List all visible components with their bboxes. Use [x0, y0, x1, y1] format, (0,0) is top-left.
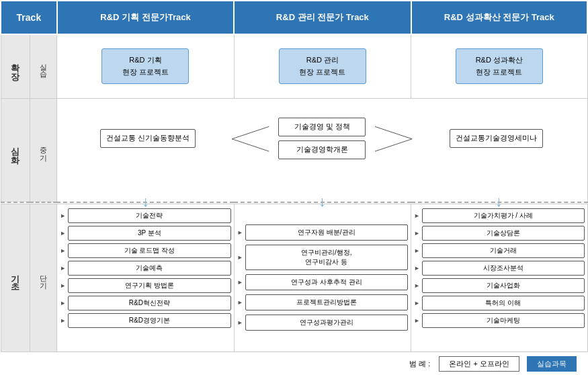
legend-item2: 실습과목: [527, 356, 577, 372]
deepening-row: 심화 중기 건설교통 신기술동향분석 기술경영 및 정책 기술: [1, 98, 587, 202]
expand-sub-label: 실습: [30, 34, 57, 98]
basic-sub-label: 단기: [30, 204, 57, 351]
header-col3: R&D 성과확산 전문가 Track: [411, 1, 587, 34]
deepening-center-bottom-box: 기술경영학개론: [278, 140, 366, 159]
deepening-sub-label: 중기: [30, 98, 57, 202]
basic-track1-content: ►기술전략►3P 분석►기술 로드맵 작성►기술예측►연구기획 방법론►R&D혁…: [57, 204, 234, 351]
deepening-right-box: 건설교통기술경영세미나: [450, 129, 543, 148]
legend-row: 범 례 : 온라인 + 오프라인 실습과목: [1, 351, 587, 375]
legend-item1: 온라인 + 오프라인: [439, 356, 519, 372]
header-col2: R&D 관리 전문가 Track: [234, 1, 411, 34]
basic-main-label: 기초: [1, 204, 30, 351]
header-row: Track R&D 기획 전문가Track R&D 관리 전문가 Track R…: [1, 1, 587, 34]
basic-row: 기초 단기 ►기술전략►3P 분석►기술 로드맵 작성►기술예측►연구기획 방법…: [1, 204, 587, 351]
deepening-left-box: 건설교통 신기술동향분석: [100, 129, 196, 148]
basic-track2-content: ►연구자원 배분/관리►연구비관리/행정, 연구비감사 등►연구성과 사후추적 …: [234, 204, 411, 351]
header-col1: R&D 기획 전문가Track: [57, 1, 234, 34]
track-label: Track: [1, 1, 57, 34]
deepening-center-top-box: 기술경영 및 정책: [278, 118, 366, 136]
legend-label: 범 례 :: [409, 360, 430, 368]
basic-track3-content: ►기술가치평가 / 사례►기술상담론►기술거래►시장조사분석►기술사업화►특허의…: [411, 204, 587, 351]
legend-area: 범 례 : 온라인 + 오프라인 실습과목: [1, 351, 587, 375]
expand-main-label: 확장: [1, 34, 30, 98]
deepening-content: 건설교통 신기술동향분석 기술경영 및 정책 기술경영학개론 건설교통기술경영세…: [57, 98, 587, 202]
deepening-main-label: 심화: [1, 98, 30, 202]
